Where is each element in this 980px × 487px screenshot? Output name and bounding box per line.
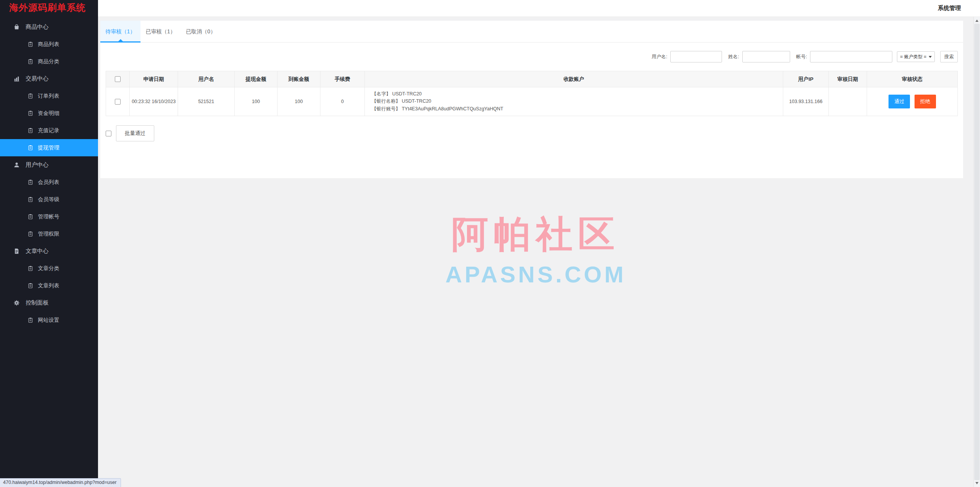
sidebar-item-label: 交易中心 bbox=[26, 75, 49, 82]
user-icon bbox=[13, 162, 20, 168]
bank-name-line: 【银行名称】 USDT-TRC20 bbox=[372, 98, 776, 105]
sidebar-item-member-list[interactable]: 会员列表 bbox=[0, 174, 98, 191]
receiving-account-cell: 【名字】 USDT-TRC20 【银行名称】 USDT-TRC20 【银行账号】… bbox=[365, 87, 783, 116]
withdraw-table: 申请日期 用户名 提现金额 到账金额 手续费 收款账户 用户IP 审核日期 审核… bbox=[106, 71, 958, 116]
name-input[interactable] bbox=[742, 51, 790, 62]
sidebar-item-recharge-record[interactable]: 充值记录 bbox=[0, 122, 98, 139]
system-admin-menu[interactable]: 系统管理 bbox=[938, 5, 961, 12]
arrive-amount-cell: 100 bbox=[278, 87, 320, 116]
sidebar-item-label: 充值记录 bbox=[38, 127, 59, 134]
clipboard-icon bbox=[28, 59, 33, 64]
watermark-chinese-text: 阿帕社区 bbox=[98, 210, 973, 260]
username-input[interactable] bbox=[670, 51, 722, 62]
withdraw-amount-cell: 100 bbox=[235, 87, 278, 116]
user-ip-cell: 103.93.131.166 bbox=[783, 87, 829, 116]
col-apply-date: 申请日期 bbox=[130, 71, 178, 87]
col-withdraw-amount: 提现金额 bbox=[235, 71, 278, 87]
bar-chart-icon bbox=[13, 75, 20, 82]
sidebar-item-control-panel[interactable]: 控制面板 bbox=[0, 294, 98, 312]
clipboard-icon bbox=[28, 41, 33, 47]
tab-bar: 待审核（1） 已审核（1） 已取消（0） bbox=[100, 21, 963, 43]
tab-reviewed[interactable]: 已审核（1） bbox=[140, 21, 181, 43]
tab-cancelled[interactable]: 已取消（0） bbox=[181, 21, 221, 43]
batch-action-row: 批量通过 bbox=[106, 125, 958, 141]
search-button[interactable]: 搜索 bbox=[940, 51, 958, 62]
sidebar-item-order-list[interactable]: 订单列表 bbox=[0, 87, 98, 105]
username-cell: 521521 bbox=[178, 87, 235, 116]
approve-button[interactable]: 通过 bbox=[889, 95, 910, 108]
sidebar-item-label: 文章列表 bbox=[38, 282, 59, 289]
sidebar-item-article-list[interactable]: 文章列表 bbox=[0, 277, 98, 294]
sidebar-item-label: 商品中心 bbox=[26, 23, 49, 31]
sidebar-item-label: 订单列表 bbox=[38, 93, 59, 100]
col-fee: 手续费 bbox=[320, 71, 365, 87]
clipboard-icon bbox=[28, 317, 33, 323]
clipboard-icon bbox=[28, 197, 33, 202]
batch-select-checkbox[interactable] bbox=[106, 131, 111, 136]
audit-date-cell bbox=[829, 87, 867, 116]
sidebar-item-site-settings[interactable]: 网站设置 bbox=[0, 312, 98, 329]
batch-approve-button[interactable]: 批量通过 bbox=[116, 125, 154, 141]
row-select-cell bbox=[106, 87, 130, 116]
account-type-selected-value: = 账户类型 = bbox=[900, 54, 926, 60]
clipboard-icon bbox=[28, 266, 33, 271]
sidebar-item-label: 控制面板 bbox=[26, 299, 49, 307]
app-title: 海外源码刷单系统 bbox=[0, 0, 98, 16]
username-label: 用户名: bbox=[652, 54, 667, 60]
tab-pending[interactable]: 待审核（1） bbox=[100, 21, 140, 43]
sidebar-item-label: 商品列表 bbox=[38, 41, 59, 48]
sidebar-item-product-category[interactable]: 商品分类 bbox=[0, 53, 98, 70]
clipboard-icon bbox=[28, 93, 33, 99]
watermark: 阿帕社区 APASNS.COM bbox=[98, 210, 973, 288]
sidebar: 海外源码刷单系统 商品中心 商品列表 商品分类 交易中心 bbox=[0, 0, 98, 487]
main-area: 系统管理 待审核（1） 已审核（1） 已取消（0） 用户名: 姓名: 帐号: =… bbox=[98, 0, 980, 487]
sidebar-item-admin-permission[interactable]: 管理权限 bbox=[0, 225, 98, 243]
watermark-domain-text: APASNS.COM bbox=[98, 261, 973, 288]
account-type-select[interactable]: = 账户类型 = bbox=[897, 51, 935, 62]
sidebar-item-withdraw-manage[interactable]: 提现管理 bbox=[0, 139, 98, 156]
sidebar-item-user-center[interactable]: 用户中心 bbox=[0, 156, 98, 174]
scroll-down-arrow-icon[interactable] bbox=[974, 480, 980, 486]
col-username: 用户名 bbox=[178, 71, 235, 87]
sidebar-item-label: 会员列表 bbox=[38, 179, 59, 186]
browser-status-bar: 470.haiwaiym14.top/admin/webadmin.php?mo… bbox=[0, 478, 121, 487]
row-checkbox[interactable] bbox=[115, 99, 121, 105]
scroll-up-arrow-icon[interactable] bbox=[974, 18, 980, 24]
reject-button[interactable]: 拒绝 bbox=[915, 95, 936, 108]
sidebar-item-product-list[interactable]: 商品列表 bbox=[0, 36, 98, 53]
sidebar-item-product-center[interactable]: 商品中心 bbox=[0, 18, 98, 36]
col-receiving-account: 收款账户 bbox=[365, 71, 783, 87]
clipboard-icon bbox=[28, 283, 33, 289]
scrollbar-thumb[interactable] bbox=[974, 24, 980, 480]
bank-account-line: 【银行账号】 TYt4E3AuPqkRLA8udPGWhCTQuSzgYaHQN… bbox=[372, 105, 776, 113]
gear-icon bbox=[13, 300, 20, 306]
sidebar-item-fund-detail[interactable]: 资金明细 bbox=[0, 105, 98, 122]
sidebar-item-label: 网站设置 bbox=[38, 317, 59, 324]
sidebar-item-label: 提现管理 bbox=[38, 144, 59, 151]
col-audit-status: 审核状态 bbox=[867, 71, 958, 87]
table-row: 00:23:32 16/10/2023 521521 100 100 0 【名字… bbox=[106, 87, 958, 116]
clipboard-icon bbox=[28, 128, 33, 133]
chevron-down-icon bbox=[929, 56, 932, 58]
sidebar-item-admin-account[interactable]: 管理帐号 bbox=[0, 208, 98, 225]
sidebar-item-label: 会员等级 bbox=[38, 196, 59, 203]
clipboard-icon bbox=[28, 110, 33, 116]
sidebar-item-member-level[interactable]: 会员等级 bbox=[0, 191, 98, 208]
select-all-cell bbox=[106, 71, 130, 87]
apply-date-cell: 00:23:32 16/10/2023 bbox=[130, 87, 178, 116]
vertical-scrollbar[interactable] bbox=[973, 17, 980, 487]
clipboard-icon bbox=[28, 214, 33, 220]
sidebar-item-article-center[interactable]: 文章中心 bbox=[0, 243, 98, 260]
col-audit-date: 审核日期 bbox=[829, 71, 867, 87]
account-input[interactable] bbox=[810, 51, 892, 62]
topbar: 系统管理 bbox=[98, 0, 980, 17]
select-all-checkbox[interactable] bbox=[115, 76, 121, 82]
sidebar-item-article-category[interactable]: 文章分类 bbox=[0, 260, 98, 277]
sidebar-item-label: 管理权限 bbox=[38, 231, 59, 238]
filter-bar: 用户名: 姓名: 帐号: = 账户类型 = 搜索 bbox=[100, 43, 963, 71]
sidebar-item-trade-center[interactable]: 交易中心 bbox=[0, 70, 98, 87]
sidebar-item-label: 商品分类 bbox=[38, 58, 59, 65]
audit-status-cell: 通过 拒绝 bbox=[867, 87, 958, 116]
withdraw-panel: 待审核（1） 已审核（1） 已取消（0） 用户名: 姓名: 帐号: = 账户类型… bbox=[100, 21, 963, 178]
document-icon bbox=[13, 248, 20, 254]
